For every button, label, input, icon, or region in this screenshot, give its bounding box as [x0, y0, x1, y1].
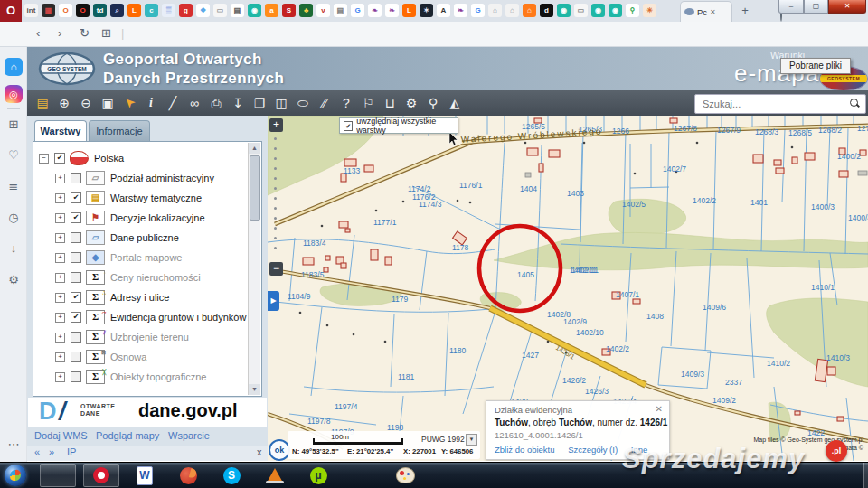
pinned-tab[interactable]: td [93, 4, 107, 17]
layers-icon[interactable]: ▤ [33, 93, 52, 113]
layer-checkbox[interactable] [71, 252, 81, 263]
sidebar-bookmarks-icon[interactable]: ♡ [0, 148, 27, 162]
forward-icon[interactable]: › [58, 26, 61, 40]
measure-icon[interactable]: ╱ [163, 93, 183, 113]
layer-tree-item[interactable]: −✔Polska [39, 149, 124, 167]
layer-tree-item[interactable]: +▱Podział administracyjny [55, 169, 214, 187]
search-box[interactable] [694, 94, 866, 114]
layer-label[interactable]: Portale mapowe [110, 252, 183, 263]
pinned-tab[interactable]: ▤ [334, 4, 347, 17]
expand-icon[interactable]: + [55, 174, 65, 183]
zoom-out-icon[interactable]: ⊖ [76, 93, 96, 113]
tab-informacje[interactable]: Informacje [89, 120, 150, 141]
ip-link[interactable]: IP [67, 446, 76, 457]
start-button[interactable] [5, 465, 26, 486]
expand-icon[interactable]: + [55, 372, 65, 382]
pinned-tab[interactable]: ❧ [454, 4, 467, 17]
help-icon[interactable]: ? [336, 93, 356, 113]
maximize-button[interactable]: ▢ [804, 0, 828, 14]
expand-icon[interactable]: + [55, 352, 65, 362]
layer-checkbox[interactable] [71, 332, 81, 343]
show-desktop-button[interactable] [863, 463, 868, 488]
taskbar-skype[interactable]: S [213, 464, 250, 487]
pinned-tab[interactable]: G [351, 4, 364, 17]
pinned-tab[interactable]: O [59, 4, 72, 17]
reload-icon[interactable]: ↻ [80, 26, 90, 40]
pinned-tab[interactable]: G [471, 4, 485, 17]
pinned-tab[interactable]: ▤ [231, 4, 244, 17]
pinned-tab[interactable]: ◉ [557, 4, 571, 17]
map-viewport[interactable]: 1264/41265/51265/312661267/81267/91268/3… [268, 116, 868, 461]
new-tab-button[interactable]: + [738, 4, 752, 18]
minimize-button[interactable]: – [778, 0, 804, 14]
taskbar-paint[interactable] [387, 464, 423, 487]
pinned-tab[interactable]: A [437, 4, 450, 17]
layer-label[interactable]: Uzbrojenie terenu [110, 332, 189, 343]
taskbar-utorrent[interactable]: µ [300, 464, 336, 487]
link-wsparcie[interactable]: Wsparcie [168, 430, 210, 441]
pinned-tab[interactable]: ⌕ [110, 4, 124, 17]
pinned-tab[interactable]: ◉ [248, 4, 261, 17]
map-zoom-slider[interactable] [274, 137, 278, 258]
link-podglad-mapy[interactable]: Podgląd mapy [96, 430, 159, 441]
taskbar-vlc[interactable] [257, 464, 293, 487]
layer-checkbox[interactable]: ✔ [71, 292, 81, 303]
taskbar-ccleaner[interactable] [170, 464, 206, 487]
pinned-tab[interactable]: ▦ [42, 4, 55, 17]
pinned-tab[interactable]: ▭ [213, 4, 227, 17]
collapse-icon[interactable]: − [39, 154, 49, 164]
pinned-tab[interactable]: ❧ [368, 4, 382, 17]
next-button[interactable]: » [49, 446, 54, 457]
sidebar-more-icon[interactable]: ⋯ [0, 437, 27, 451]
close-window-button[interactable]: ✕ [828, 0, 866, 14]
layer-label[interactable]: Ewidencja gruntów i budynków [110, 312, 246, 323]
layer-tree-item[interactable]: +ΣUzbrojenie terenu [55, 328, 189, 346]
terrain-icon[interactable]: ◭ [445, 93, 465, 113]
pinned-tab[interactable]: O [76, 4, 90, 17]
pinned-tab[interactable]: L [402, 4, 416, 17]
pinned-tab[interactable]: int [24, 4, 38, 17]
pinned-tab[interactable]: ⌂ [505, 4, 519, 17]
all-layers-checkbox-overlay[interactable]: ✔ uwzględniaj wszystkie warstwy [339, 117, 458, 134]
layer-checkbox[interactable] [71, 232, 81, 243]
opera-menu-button[interactable]: O [0, 0, 22, 22]
pinned-tab[interactable]: L [127, 4, 141, 17]
layer-checkbox[interactable] [71, 272, 81, 283]
pinned-tab[interactable]: ▭ [574, 4, 588, 17]
expand-icon[interactable]: + [55, 273, 65, 283]
sidebar-speeddial-icon[interactable]: ⊞ [0, 117, 27, 131]
expand-icon[interactable]: + [55, 253, 65, 263]
search-input[interactable] [701, 96, 840, 112]
speed-dial-icon[interactable]: ⊞ [101, 26, 111, 40]
expand-icon[interactable]: + [55, 233, 65, 243]
pinned-tab[interactable]: ☀ [643, 4, 656, 17]
layer-tree-item[interactable]: +▱Dane publiczne [55, 229, 179, 247]
locate-icon[interactable]: ⚲ [423, 93, 443, 113]
callout-icon[interactable]: ⬭ [293, 93, 313, 113]
link-zoom-to-object[interactable]: Zbliż do obiektu [495, 445, 555, 455]
layer-checkbox[interactable] [71, 371, 81, 382]
layer-label[interactable]: Osnowa [110, 352, 146, 362]
pinned-tab[interactable]: ✶ [420, 4, 433, 17]
expand-icon[interactable]: + [55, 293, 65, 303]
layer-checkbox[interactable]: ✔ [54, 153, 65, 164]
expand-icon[interactable]: + [55, 193, 65, 203]
pinned-tab[interactable]: ❧ [385, 4, 399, 17]
cart-icon[interactable]: ⊔ [380, 93, 400, 113]
pinned-tab[interactable]: ▒ [162, 4, 175, 17]
layer-tree-item[interactable]: +✔▤Warstwy tematyczne [55, 189, 202, 207]
sidebar-downloads-icon[interactable]: ↓ [0, 241, 27, 255]
link-dodaj-wms[interactable]: Dodaj WMS [34, 430, 88, 441]
sidebar-history-icon[interactable]: ◷ [0, 211, 27, 224]
link-details[interactable]: Szczegóły (I) [568, 445, 618, 455]
link-icon[interactable]: ∞ [184, 93, 204, 113]
pinned-tab[interactable]: ⚲ [626, 4, 639, 17]
pinned-tab[interactable]: d [540, 4, 553, 17]
layer-tree-item[interactable]: +◆Portale mapowe [55, 249, 183, 267]
dane-gov-banner[interactable]: D / OTWARTEDANE dane.gov.pl [28, 398, 267, 427]
settings-icon[interactable]: ⚙ [401, 93, 421, 113]
pinned-tab[interactable]: g [179, 4, 193, 17]
layer-checkbox[interactable]: ✔ [71, 312, 81, 323]
pinned-tab[interactable]: ⌂ [488, 4, 502, 17]
layer-label[interactable]: Polska [94, 153, 124, 164]
